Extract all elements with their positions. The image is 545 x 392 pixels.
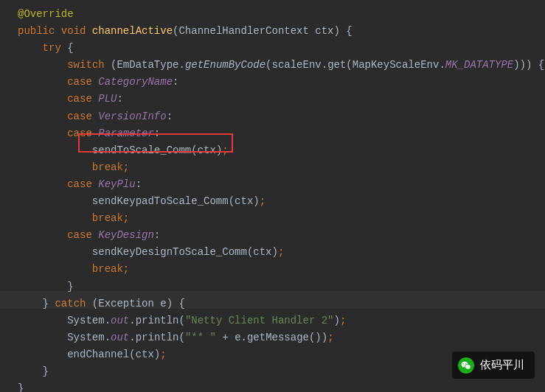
println-1: println [136,315,179,326]
ctx-arg-3: ctx [253,246,271,258]
ctx-arg-2: ctx [235,195,253,207]
kw-break-3: break [92,263,123,275]
case-keyplu: KeyPlu [98,178,135,190]
plus-op: + [216,332,235,343]
system-1: System [67,315,104,326]
case-plu: PLU [98,93,117,105]
ctx-arg-1: ctx [198,144,216,156]
get-call: get [327,59,346,71]
kw-case-5: case [67,178,92,190]
wechat-icon [458,357,474,374]
call-sendtoscale: sendToScale_Comm [92,144,191,156]
kw-break-2: break [92,212,123,224]
code-block: @Override public void channelActive(Chan… [0,6,545,392]
out-1: out [111,315,129,326]
out-2: out [111,332,129,343]
watermark-text: 依码平川 [480,356,524,374]
get-message: getMessage [247,332,309,343]
mk-const: MK_DATATYPE [445,59,513,71]
kw-case-6: case [67,229,92,241]
case-category: CategoryName [98,76,173,88]
annotation-override: @Override [18,8,74,20]
exc-name: e [160,298,166,309]
ctx-arg-4: ctx [136,349,154,360]
case-keydesign: KeyDesign [98,229,154,241]
println-2: println [136,332,179,343]
kw-switch: switch [67,59,104,71]
string-2: "** " [185,332,216,343]
call-sendkeypad: sendKeypadToScale_Comm [92,195,229,207]
string-1: "Netty Client Handler 2" [185,315,334,326]
kw-case-2: case [67,93,92,105]
kw-try: try [43,42,61,54]
kw-case-1: case [67,76,92,88]
param-name: ctx [315,25,333,37]
kw-case-4: case [67,127,92,139]
case-parameter: Parameter [98,127,154,139]
method-name: channelActive [92,25,173,37]
map-key-class: MapKeyScaleEnv [353,59,440,71]
param-type: ChannelHandlerContext [178,25,308,37]
scale-env: scaleEnv [272,59,322,71]
system-2: System [67,332,104,343]
kw-catch: catch [55,298,86,309]
kw-void: void [61,25,86,37]
kw-break-1: break [92,161,123,173]
end-channel: endChannel [67,349,129,360]
watermark: 依码平川 [452,351,535,379]
kw-public: public [18,25,55,37]
enum-class: EmDataType [117,59,178,71]
kw-case-3: case [67,111,92,122]
enum-method: getEnumByCode [185,59,265,71]
case-version: VersionInfo [98,111,166,122]
exc-type: Exception [98,298,154,309]
call-sendkeydesign: sendKeyDesignToScale_Comm [92,246,247,258]
